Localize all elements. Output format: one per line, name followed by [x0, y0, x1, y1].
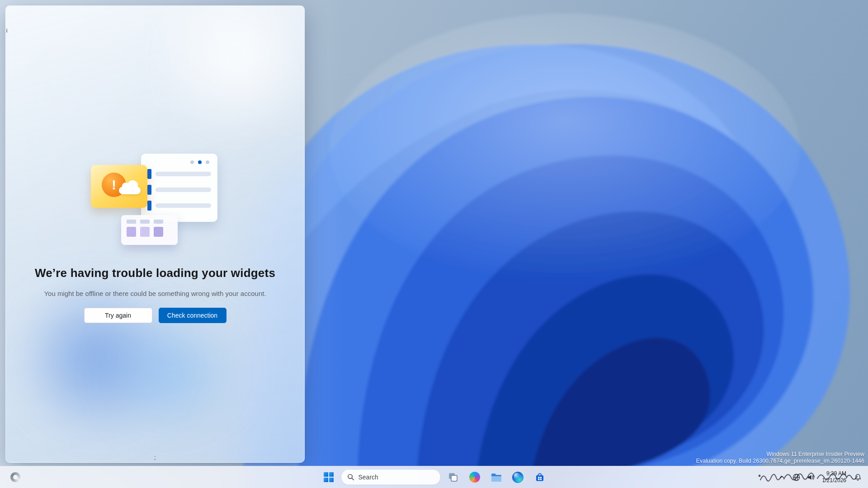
- list-row: [141, 169, 217, 179]
- search-icon: [347, 474, 354, 481]
- panel-cyan-blob: [87, 304, 259, 440]
- copilot-button[interactable]: [466, 468, 484, 486]
- system-tray: 9:39 AM 1/21/2026: [775, 466, 864, 488]
- dot-icon: [206, 160, 209, 164]
- desktop: Windows 11 Enterprise Insider Preview Ev…: [0, 0, 868, 488]
- volume-icon: [807, 473, 815, 482]
- dot-active-icon: [198, 160, 202, 164]
- list-row: [141, 185, 217, 195]
- store-button[interactable]: [531, 468, 549, 486]
- cloud-icon: [119, 187, 141, 194]
- network-button[interactable]: [790, 469, 803, 485]
- try-again-button[interactable]: Try again: [84, 308, 152, 323]
- start-button[interactable]: [320, 468, 338, 486]
- error-title: We’re having trouble loading your widget…: [15, 266, 295, 280]
- file-explorer-icon: [491, 471, 502, 483]
- clock-time: 9:39 AM: [822, 470, 846, 477]
- grid-row-tiles: [121, 227, 178, 237]
- stray-mark-top: ii: [5, 28, 7, 34]
- stray-mark-bottom: ;: [154, 454, 156, 461]
- widgets-panel: ii ! We: [5, 5, 305, 463]
- taskbar-center: Search: [0, 466, 868, 488]
- widget-list-card: [141, 154, 217, 222]
- store-icon: [534, 472, 545, 483]
- widget-grid-card: [121, 215, 178, 245]
- edge-button[interactable]: [509, 468, 527, 486]
- watermark-line2: Evaluation copy. Build 26300.7674.ge_pre…: [696, 458, 864, 465]
- card-dots: [141, 154, 217, 169]
- error-illustration: !: [6, 6, 304, 259]
- warning-glyph: !: [112, 177, 116, 192]
- file-explorer-button[interactable]: [487, 468, 505, 486]
- error-actions: Try again Check connection: [6, 308, 304, 323]
- error-subtitle: You might be offline or there could be s…: [19, 290, 291, 297]
- clock[interactable]: 9:39 AM 1/21/2026: [819, 470, 850, 484]
- copilot-icon: [469, 472, 480, 483]
- task-view-icon: [448, 472, 458, 483]
- warning-card: !: [91, 165, 147, 208]
- clock-date: 1/21/2026: [822, 477, 846, 484]
- taskbar: Search: [0, 466, 868, 488]
- watermark-line1: Windows 11 Enterprise Insider Preview: [696, 451, 864, 458]
- dot-icon: [190, 160, 194, 164]
- list-row: [141, 201, 217, 211]
- task-view-button[interactable]: [444, 468, 462, 486]
- panel-blue-blob: [5, 277, 200, 440]
- hidden-icons-button[interactable]: [775, 469, 789, 485]
- grid-row-small: [121, 215, 178, 227]
- search-placeholder: Search: [359, 474, 378, 481]
- check-connection-button[interactable]: Check connection: [159, 308, 226, 323]
- search-box[interactable]: Search: [341, 469, 440, 485]
- globe-icon: [792, 473, 801, 482]
- edge-icon: [512, 472, 524, 483]
- chevron-up-icon: [779, 474, 785, 480]
- bell-icon: [854, 473, 862, 482]
- notifications-button[interactable]: [851, 469, 864, 485]
- volume-button[interactable]: [804, 469, 818, 485]
- start-icon: [324, 472, 334, 482]
- evaluation-watermark: Windows 11 Enterprise Insider Preview Ev…: [696, 451, 864, 465]
